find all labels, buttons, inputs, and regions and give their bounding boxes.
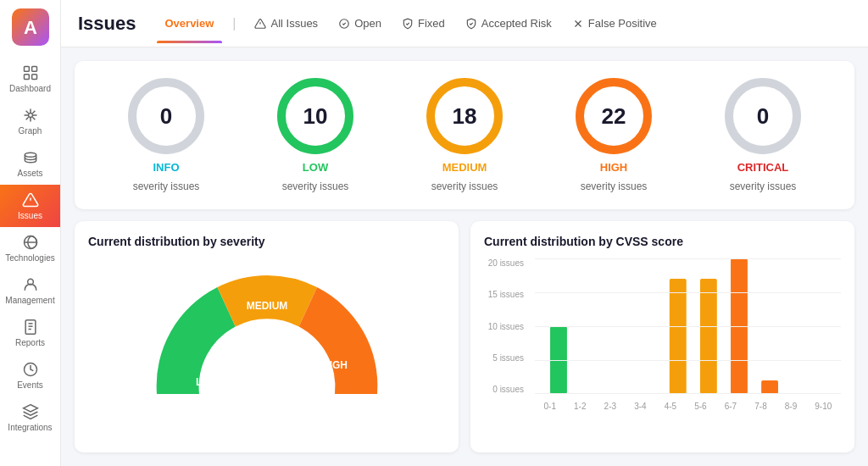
sidebar-item-events-label: Events [17, 380, 43, 390]
sidebar-item-management[interactable]: Management [0, 269, 60, 312]
severity-sublabel-low: severity issues [282, 180, 349, 192]
tab-accepted-risk[interactable]: Accepted Risk [457, 10, 560, 36]
tab-overview[interactable]: Overview [157, 10, 223, 36]
x-label-67: 6-7 [725, 402, 737, 411]
donut-high: 22 [576, 78, 652, 154]
svg-point-6 [28, 114, 32, 118]
severity-label-medium: MEDIUM [442, 161, 487, 174]
svg-rect-35 [670, 279, 687, 394]
sidebar-item-technologies-label: Technologies [5, 253, 54, 263]
svg-text:HIGH: HIGH [322, 359, 348, 371]
sidebar-item-issues[interactable]: Issues [0, 185, 60, 227]
x-label-89: 8-9 [785, 402, 797, 411]
severity-card-critical: 0 CRITICAL severity issues [725, 78, 801, 192]
svg-text:LOW: LOW [196, 376, 220, 388]
x-label-01: 0-1 [544, 402, 556, 411]
donut-critical-count: 0 [735, 88, 791, 144]
severity-label-low: LOW [303, 161, 328, 174]
grid-line-25 [535, 360, 841, 361]
donut-medium: 18 [426, 78, 503, 154]
y-label-10: 10 issues [488, 322, 524, 331]
sidebar-item-graph[interactable]: Graph [0, 100, 60, 142]
tab-fixed[interactable]: Fixed [393, 10, 453, 36]
tab-false-positive[interactable]: False Positive [564, 10, 665, 36]
grid-line-75 [535, 292, 841, 293]
svg-rect-2 [24, 67, 29, 72]
severity-label-high: HIGH [600, 161, 628, 174]
severity-sublabel-info: severity issues [133, 180, 200, 192]
sidebar-item-reports[interactable]: Reports [0, 312, 60, 354]
sidebar-item-assets[interactable]: Assets [0, 142, 60, 185]
svg-line-13 [32, 111, 35, 114]
x-label-23: 2-3 [604, 402, 616, 411]
svg-rect-4 [24, 75, 29, 80]
x-label-78: 7-8 [754, 402, 766, 411]
sidebar-item-technologies[interactable]: Technologies [0, 227, 60, 269]
svg-rect-36 [700, 279, 717, 394]
tab-all-issues[interactable]: All Issues [246, 10, 326, 36]
x-label-12: 1-2 [574, 402, 586, 411]
donut-low-count: 10 [287, 88, 343, 144]
chart-severity-title: Current distribution by severity [88, 235, 445, 248]
svg-line-14 [25, 117, 28, 119]
severity-sublabel-medium: severity issues [431, 180, 498, 192]
severity-label-critical: CRITICAL [737, 161, 789, 174]
y-label-5: 5 issues [492, 353, 524, 363]
severity-sublabel-high: severity issues [581, 180, 648, 192]
sidebar-item-issues-label: Issues [18, 211, 42, 220]
sidebar-item-dashboard[interactable]: Dashboard [0, 58, 60, 100]
x-label-45: 4-5 [665, 402, 676, 411]
donut-medium-count: 18 [437, 88, 492, 144]
half-donut-svg: LOW MEDIUM HIGH [140, 258, 394, 411]
sidebar-item-assets-label: Assets [17, 169, 42, 178]
x-label-910: 9-10 [815, 402, 832, 411]
severity-label-info: INFO [153, 161, 179, 174]
severity-card-medium: 18 MEDIUM severity issues [426, 78, 503, 192]
chart-cvss-card: Current distribution by CVSS score 20 is… [470, 221, 854, 452]
donut-low: 10 [277, 78, 353, 154]
severity-card-info: 0 INFO severity issues [128, 78, 204, 192]
header: Issues Overview | All Issues Open Fixed … [61, 0, 868, 47]
severity-card-high: 22 HIGH severity issues [576, 78, 652, 192]
tab-open[interactable]: Open [330, 10, 390, 36]
chart-severity-card: Current distribution by severity [75, 221, 459, 452]
donut-info-count: 0 [138, 88, 194, 144]
y-label-20: 20 issues [488, 258, 524, 268]
donut-info: 0 [128, 78, 204, 154]
half-donut-container: LOW MEDIUM HIGH [88, 258, 445, 411]
chart-cvss-title: Current distribution by CVSS score [484, 235, 841, 248]
grid-line-top [535, 258, 841, 259]
sidebar-item-events[interactable]: Events [0, 354, 60, 397]
grid-line-50 [535, 326, 841, 327]
tab-separator: | [232, 16, 236, 31]
chart-inner [535, 258, 841, 394]
app-logo[interactable]: A [12, 8, 49, 49]
x-axis: 0-1 1-2 2-3 3-4 4-5 5-6 6-7 7-8 8-9 9-10 [535, 402, 841, 411]
severity-cards-panel: 0 INFO severity issues 10 LOW severity i… [75, 61, 854, 209]
y-label-0: 0 issues [492, 385, 524, 394]
svg-line-11 [25, 111, 28, 114]
donut-high-count: 22 [586, 88, 642, 144]
svg-text:A: A [24, 17, 37, 38]
svg-point-30 [201, 328, 333, 411]
svg-rect-38 [761, 380, 778, 394]
svg-rect-20 [25, 320, 36, 335]
page-title: Issues [78, 13, 136, 35]
donut-critical: 0 [725, 78, 801, 154]
sidebar-item-graph-label: Graph [19, 126, 42, 136]
severity-card-low: 10 LOW severity issues [277, 78, 353, 192]
content-area: 0 INFO severity issues 10 LOW severity i… [61, 47, 868, 466]
sidebar-item-integrations[interactable]: Integrations [0, 397, 60, 439]
x-label-34: 3-4 [634, 402, 646, 411]
svg-text:MEDIUM: MEDIUM [246, 300, 287, 312]
sidebar-item-management-label: Management [5, 296, 54, 305]
nav-tabs: Overview | All Issues Open Fixed Accepte… [157, 10, 665, 36]
charts-row: Current distribution by severity [75, 221, 854, 452]
svg-point-15 [25, 153, 36, 157]
sidebar: A Dashboard Graph Assets Issues Technolo… [0, 0, 61, 466]
sidebar-item-integrations-label: Integrations [8, 423, 52, 432]
bar-chart-area: 20 issues 15 issues 10 issues 5 issues 0… [484, 258, 841, 411]
y-label-15: 15 issues [488, 290, 524, 299]
x-label-56: 5-6 [694, 402, 706, 411]
sidebar-item-dashboard-label: Dashboard [9, 84, 51, 93]
